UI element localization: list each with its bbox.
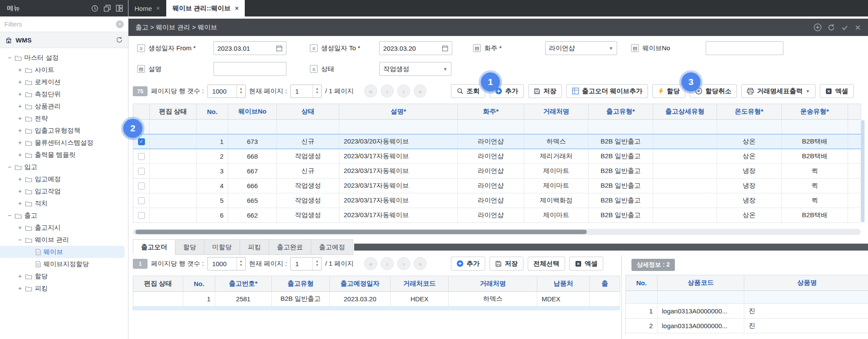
excel-button[interactable]: 엑셀 [569, 257, 603, 271]
clear-filter-icon[interactable]: × [116, 20, 124, 28]
windows-icon[interactable] [104, 5, 111, 12]
row-checkbox[interactable] [138, 168, 145, 175]
row-checkbox[interactable] [138, 153, 145, 160]
detail-row-1[interactable]: 1logan0313A0000000...진 [626, 304, 868, 319]
tree-item-9[interactable]: −입고 [0, 161, 125, 173]
created-to-date-input[interactable]: 2023.03.20 [379, 41, 452, 55]
expand-toggle-icon[interactable]: + [17, 91, 23, 98]
tree-item-4[interactable]: +상품관리 [0, 100, 125, 112]
add-button[interactable]: 추가 [451, 257, 485, 271]
search-button[interactable]: 조회 [451, 84, 485, 98]
calendar-icon[interactable] [276, 45, 283, 52]
expand-toggle-icon[interactable]: + [17, 285, 23, 292]
check-icon[interactable] [841, 24, 848, 31]
shipper-select[interactable]: 라이언샵 ▼ [545, 41, 617, 55]
close-icon[interactable]: × [156, 5, 160, 12]
tree-item-17[interactable]: 웨이브지정할당 [0, 258, 125, 270]
collapse-toggle-icon[interactable]: − [7, 163, 12, 170]
status-select[interactable]: 작업생성 ▼ [379, 62, 451, 76]
bottom-tab-0[interactable]: 출고오더 [133, 239, 175, 255]
tree-item-5[interactable]: +전략 [0, 112, 125, 124]
wave-row-4[interactable]: 4666작업생성2023/03/17자동웨이브라이언샵제이마트B2B 일반출고냉… [133, 179, 861, 193]
plus-circle-icon[interactable] [814, 23, 822, 31]
expand-toggle-icon[interactable]: + [17, 200, 23, 207]
add-order-wave-button[interactable]: 출고오더 웨이브추가 [566, 84, 648, 98]
rows-per-page-spinner[interactable]: 1000 ▲▼ [207, 85, 246, 98]
tree-item-16[interactable]: 웨이브 [0, 246, 125, 258]
collapse-toggle-icon[interactable]: − [7, 212, 12, 219]
row-checkbox[interactable] [138, 212, 145, 219]
collapse-toggle-icon[interactable]: − [17, 236, 23, 243]
bottom-tab-2[interactable]: 미할당 [204, 239, 240, 255]
bottom-tab-4[interactable]: 출고완료 [269, 239, 311, 255]
next-page-button[interactable]: › [397, 257, 410, 270]
wms-root-node[interactable]: WMS [0, 32, 128, 48]
expand-toggle-icon[interactable]: + [17, 176, 23, 183]
wave-no-input[interactable] [710, 45, 779, 52]
tree-item-13[interactable]: −출고 [0, 209, 125, 222]
expand-toggle-icon[interactable]: + [17, 78, 23, 85]
spinner-arrows-icon[interactable]: ▲▼ [312, 258, 321, 270]
current-page-spinner[interactable]: 1 ▲▼ [290, 85, 322, 98]
expand-toggle-icon[interactable]: + [17, 273, 23, 280]
spinner-arrows-icon[interactable]: ▲▼ [237, 258, 245, 270]
close-icon[interactable] [855, 24, 861, 31]
wave-row-5[interactable]: 5665작업생성2023/03/17자동웨이브라이언샵제이백화점B2B 일반출고… [133, 193, 861, 208]
expand-toggle-icon[interactable]: + [17, 224, 23, 231]
created-from-date-input[interactable]: 2023.03.01 [214, 41, 286, 55]
expand-toggle-icon[interactable]: + [17, 66, 23, 73]
tree-item-1[interactable]: +사이트 [0, 64, 125, 76]
calendar-icon[interactable] [442, 45, 448, 52]
tree-item-3[interactable]: +측정단위 [0, 88, 125, 100]
detail-row-2[interactable]: 2logan0313A0000000...진 [626, 319, 868, 333]
scrollbar-thumb[interactable] [135, 230, 587, 234]
tree-item-11[interactable]: +입고작업 [0, 185, 125, 197]
tree-item-14[interactable]: +출고지시 [0, 222, 125, 234]
expand-toggle-icon[interactable]: + [17, 115, 23, 122]
first-page-button[interactable]: « [364, 257, 377, 270]
print-statement-button[interactable]: 거래명세표출력 ▼ [741, 84, 815, 98]
expand-toggle-icon[interactable]: + [17, 188, 23, 195]
expand-toggle-icon[interactable]: + [17, 151, 23, 158]
bottom-tab-1[interactable]: 할당 [175, 239, 204, 255]
save-button[interactable]: 저장 [528, 84, 562, 98]
tree-refresh-icon[interactable] [116, 36, 123, 43]
tree-item-8[interactable]: +출력물 템플릿 [0, 149, 125, 161]
sidebar-filter-input[interactable] [4, 20, 113, 28]
wave-row-3[interactable]: 3667신규2023/03/17자동웨이브라이언샵제이마트B2B 일반출고냉장퀵 [133, 164, 861, 179]
bottom-tab-5[interactable]: 출고예정 [311, 239, 353, 255]
spinner-arrows-icon[interactable]: ▲▼ [237, 85, 245, 98]
rows-per-page-spinner[interactable]: 1000 ▲▼ [207, 257, 246, 271]
excel-button[interactable]: 엑셀 [820, 84, 854, 98]
wave-row-2[interactable]: 2668작업생성2023/03/17자동웨이브라이언샵제리거래처B2B 일반출고… [133, 149, 861, 164]
wave-row-6[interactable]: 6662작업생성2023/03/17자동웨이브라이언샵제이마트B2B 일반출고상… [133, 208, 861, 223]
tree-item-6[interactable]: +입출고유형정책 [0, 124, 125, 137]
close-icon[interactable]: × [235, 5, 238, 12]
tree-item-18[interactable]: +할당 [0, 270, 125, 282]
prev-page-button[interactable]: ‹ [381, 257, 394, 270]
tab-home[interactable]: Home × [128, 0, 166, 16]
prev-page-button[interactable]: ‹ [381, 85, 394, 98]
history-icon[interactable] [91, 5, 99, 12]
expand-toggle-icon[interactable]: + [17, 103, 23, 110]
tree-item-2[interactable]: +로케이션 [0, 76, 125, 88]
description-input[interactable] [217, 66, 283, 72]
tree-item-10[interactable]: +입고예정 [0, 173, 125, 185]
expand-toggle-icon[interactable]: + [17, 127, 23, 134]
assign-button[interactable]: 할당 [652, 84, 685, 98]
tree-item-15[interactable]: −웨이브 관리 [0, 234, 125, 246]
row-checkbox[interactable] [138, 183, 145, 189]
collapse-toggle-icon[interactable]: − [7, 54, 12, 61]
layout-icon[interactable] [116, 5, 123, 12]
expand-toggle-icon[interactable]: + [17, 139, 23, 146]
tab-wave-management[interactable]: 웨이브 관리::웨이브 × [166, 0, 245, 16]
current-page-spinner[interactable]: 1 ▲▼ [290, 257, 322, 271]
save-button[interactable]: 저장 [490, 257, 523, 271]
spinner-arrows-icon[interactable]: ▲▼ [312, 85, 321, 98]
tree-item-0[interactable]: −마스터 설정 [0, 52, 125, 64]
splitter-bar[interactable] [354, 244, 868, 251]
refresh-icon[interactable] [828, 24, 835, 31]
order-row-1[interactable]: 12581B2B 일반출고2023.03.20HDEX하덱스MDEX [133, 292, 620, 306]
tree-item-19[interactable]: +피킹 [0, 282, 125, 294]
row-checkbox[interactable]: ✓ [138, 138, 145, 145]
